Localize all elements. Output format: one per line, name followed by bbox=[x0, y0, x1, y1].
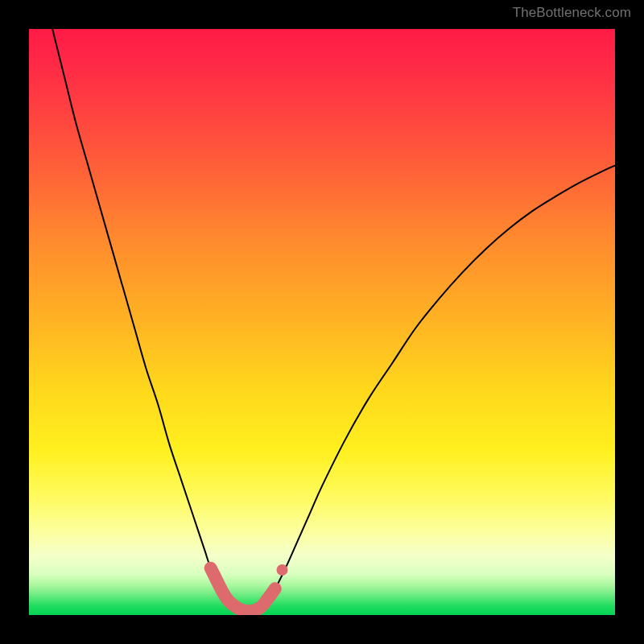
watermark-text: TheBottleneck.com bbox=[513, 5, 631, 21]
chart-frame: TheBottleneck.com bbox=[0, 0, 644, 644]
plot-area bbox=[29, 29, 615, 615]
marker-dot bbox=[276, 564, 287, 576]
bottleneck-curve bbox=[52, 29, 615, 611]
chart-svg bbox=[29, 29, 615, 615]
optimal-range-highlight bbox=[211, 568, 275, 611]
